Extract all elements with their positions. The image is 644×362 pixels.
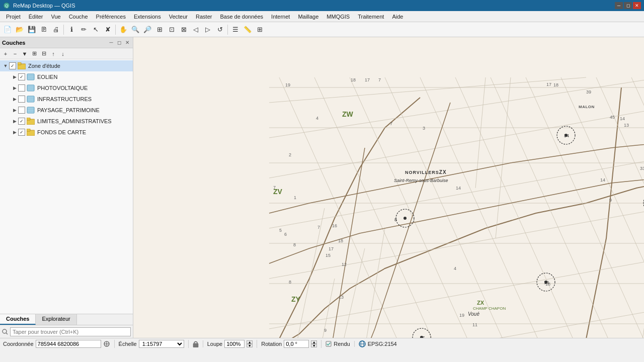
svg-text:18: 18 — [544, 280, 549, 285]
open-project-button[interactable]: 📂 — [14, 24, 25, 35]
scale-select[interactable]: 1:15797 1:10000 1:25000 1:50000 — [139, 340, 184, 348]
save-as-button[interactable]: 🖹 — [38, 24, 49, 35]
save-project-button[interactable]: 💾 — [26, 24, 37, 35]
svg-rect-7 — [27, 85, 34, 91]
menu-preferences[interactable]: Préférences — [92, 13, 130, 21]
svg-text:14: 14 — [600, 177, 605, 183]
menu-base-donnees[interactable]: Base de données — [216, 13, 267, 21]
loupe-section: Loupe ▲ ▼ — [207, 340, 258, 348]
map-canvas[interactable]: ZW ZV ZY ZX CHAMP CHAPON ZB Vaupoisson Z… — [133, 37, 644, 338]
window-title: ReMap Desktop — QGIS — [13, 3, 75, 9]
layer-expand-icon[interactable]: ▶ — [11, 96, 18, 103]
menu-vue[interactable]: Vue — [47, 13, 65, 21]
layer-expand-icon[interactable]: ▶ — [11, 118, 18, 125]
search-icon — [2, 329, 8, 335]
expand-all-button[interactable]: ⊞ — [30, 49, 39, 58]
tab-explorateur[interactable]: Explorateur — [36, 314, 76, 325]
list-item[interactable]: ▶ INFRASTRUCTURES — [0, 94, 133, 105]
menu-extensions[interactable]: Extensions — [130, 13, 165, 21]
select-button[interactable]: ↖ — [90, 24, 101, 35]
loupe-input[interactable] — [224, 340, 245, 348]
layer-expand-icon[interactable]: ▶ — [11, 84, 18, 92]
menu-maillage[interactable]: Maillage — [294, 13, 323, 21]
edit-button[interactable]: ✏ — [78, 24, 89, 35]
epsg-label[interactable]: EPSG:2154 — [368, 341, 397, 347]
new-project-button[interactable]: 📄 — [2, 24, 13, 35]
rotation-input[interactable] — [284, 340, 309, 348]
list-item[interactable]: ▶ ✓ EOLIEN — [0, 71, 133, 82]
coord-section: Coordonnée — [3, 340, 115, 348]
layer-checkbox[interactable]: ✓ — [18, 118, 25, 125]
zoom-out-button[interactable]: 🔎 — [142, 24, 153, 35]
print-button[interactable]: 🖨 — [50, 24, 61, 35]
collapse-all-button[interactable]: ⊟ — [39, 49, 48, 58]
zone-label-ZY: ZY — [291, 295, 301, 303]
menu-editer[interactable]: Éditer — [25, 13, 47, 21]
layer-checkbox[interactable] — [18, 107, 25, 114]
list-item[interactable]: ▶ ✓ FONDS DE CARTE — [0, 127, 133, 138]
close-button[interactable]: ✕ — [633, 2, 641, 9]
refresh-button[interactable]: ↺ — [214, 24, 225, 35]
loupe-label: Loupe — [207, 341, 223, 347]
zoom-extent-button[interactable]: ⊞ — [154, 24, 165, 35]
list-item[interactable]: ▶ PAYSAGE_PATRIMOINE — [0, 105, 133, 116]
menu-vecteur[interactable]: Vecteur — [165, 13, 192, 21]
layer-expand-icon[interactable]: ▶ — [11, 73, 18, 80]
menu-traitement[interactable]: Traitement — [354, 13, 388, 21]
zoom-layer-button[interactable]: ⊠ — [178, 24, 189, 35]
layers-panel: Couches ─ ◻ ✕ + − ▼ ⊞ ⊟ ↑ ↓ ▼ ✓ Z — [0, 37, 133, 338]
layer-checkbox[interactable]: ✓ — [18, 129, 25, 136]
identify-button[interactable]: ℹ — [66, 24, 77, 35]
menu-aide[interactable]: Aide — [388, 13, 407, 21]
layer-expand-icon[interactable]: ▶ — [11, 107, 18, 114]
menu-mmqgis[interactable]: MMQGIS — [323, 13, 354, 21]
layer-expand-icon[interactable]: ▶ — [11, 129, 18, 136]
panel-minimize-button[interactable]: ─ — [108, 39, 115, 46]
menu-projet[interactable]: Projet — [2, 13, 25, 21]
search-input[interactable] — [10, 327, 131, 336]
deselect-button[interactable]: ✘ — [102, 24, 113, 35]
attribute-table-button[interactable]: ⊞ — [254, 24, 265, 35]
zoom-selected-button[interactable]: ⊡ — [166, 24, 177, 35]
menu-couche[interactable]: Couche — [65, 13, 92, 21]
layer-type-icon — [26, 106, 35, 115]
list-item[interactable]: ▶ ✓ LIMITES_ADMINISTRATIVES — [0, 116, 133, 127]
move-layer-down-button[interactable]: ↓ — [58, 49, 67, 58]
measure-button[interactable]: 📏 — [242, 24, 253, 35]
menu-internet[interactable]: Internet — [267, 13, 294, 21]
restore-button[interactable]: ◻ — [624, 2, 632, 9]
move-layer-up-button[interactable]: ↑ — [49, 49, 58, 58]
layer-checkbox[interactable] — [18, 84, 25, 92]
svg-text:33: 33 — [640, 166, 644, 171]
layer-expand-icon[interactable]: ▼ — [2, 62, 9, 69]
rotation-section: Rotation ▲ ▼ — [261, 340, 321, 348]
filter-layers-button[interactable]: ▼ — [20, 49, 29, 58]
panel-header: Couches ─ ◻ ✕ — [0, 37, 133, 48]
panel-close-button[interactable]: ✕ — [124, 39, 131, 46]
minimize-button[interactable]: ─ — [615, 2, 623, 9]
loupe-down-button[interactable]: ▼ — [247, 344, 253, 347]
layer-checkbox[interactable] — [18, 96, 25, 103]
place-name-voue: Voué — [468, 311, 479, 317]
list-item[interactable]: ▼ ✓ Zone d'étude — [0, 60, 133, 71]
menu-raster[interactable]: Raster — [192, 13, 216, 21]
layer-checkbox[interactable]: ✓ — [18, 73, 25, 80]
pan-button[interactable]: ✋ — [118, 24, 129, 35]
list-item[interactable]: ▶ PHOTOVOLTAIQUE — [0, 82, 133, 94]
zoom-forward-button[interactable]: ▷ — [202, 24, 213, 35]
panel-maximize-button[interactable]: ◻ — [116, 39, 123, 46]
rotation-down-button[interactable]: ▼ — [311, 344, 317, 347]
layer-checkbox[interactable]: ✓ — [9, 62, 16, 69]
remove-layer-button[interactable]: − — [11, 49, 20, 58]
layer-name: INFRASTRUCTURES — [37, 96, 92, 102]
tab-couches[interactable]: Couches — [0, 314, 36, 325]
rotation-up-button[interactable]: ▲ — [311, 340, 317, 344]
loupe-up-button[interactable]: ▲ — [247, 340, 253, 344]
zoom-back-button[interactable]: ◁ — [190, 24, 201, 35]
layers-button[interactable]: ☰ — [230, 24, 241, 35]
zoom-in-button[interactable]: 🔍 — [130, 24, 141, 35]
add-layer-button[interactable]: + — [1, 49, 10, 58]
svg-text:18: 18 — [553, 82, 558, 87]
lock-icon — [193, 340, 199, 347]
coord-input[interactable] — [36, 340, 101, 348]
